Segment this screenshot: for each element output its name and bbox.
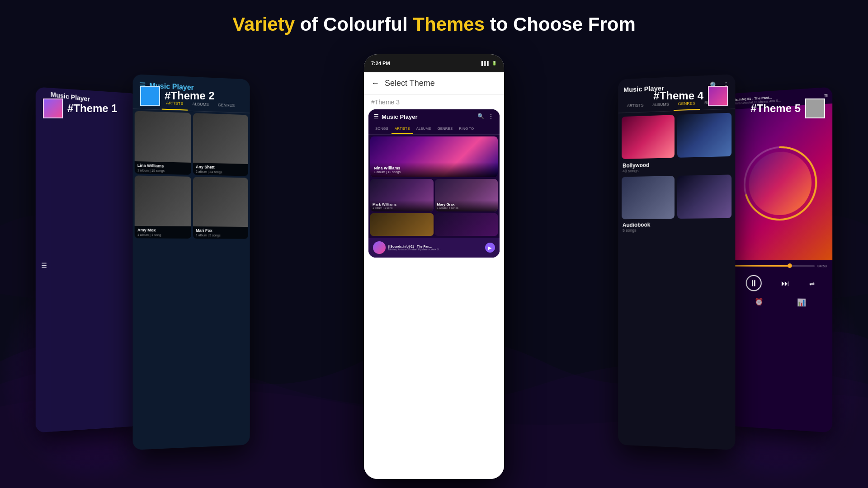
mary-meta: 1 album | 5 songs — [437, 206, 496, 209]
mark-meta: 1 album | 1 song — [373, 206, 431, 209]
theme-1-label: #Theme 1 — [43, 99, 118, 118]
inner-search-icon[interactable]: 🔍 — [477, 113, 484, 120]
now-playing-title: [iSounds.info] 01 - The Pan... — [388, 245, 482, 248]
title-middle: of Colourful — [295, 14, 413, 35]
gallery-item-1 — [370, 213, 434, 236]
theme-1-swatch — [43, 99, 63, 118]
inner-tab-genres[interactable]: GENRES — [434, 124, 456, 134]
inner-hamburger[interactable]: ☰ — [374, 113, 379, 120]
progress-fill — [735, 265, 790, 267]
title-themes: Themes — [413, 14, 485, 35]
bollywood-section: Bollywood 40 songs — [618, 160, 735, 177]
genre-photo-1 — [622, 115, 675, 159]
pause-button[interactable]: ⏸ — [746, 275, 762, 291]
genre-card-3[interactable] — [622, 176, 675, 219]
phone-4-genre-grid-2 — [618, 174, 735, 219]
inner-phone-theme3: ☰ Music Player 🔍 ⋮ SONGS ARTISTS ALBUMS … — [368, 109, 500, 258]
select-theme-title: Select Theme — [385, 79, 435, 88]
audiobook-section: Audiobook 5 songs — [618, 218, 735, 235]
center-app-content: Select Theme #Theme 3 ☰ Music Player 🔍 ⋮… — [364, 72, 504, 479]
artist-card[interactable]: Lina Williams 1 album | 10 songs — [135, 111, 191, 175]
bottom-controls: ⏰ 📊 — [729, 294, 832, 310]
equalizer-icon[interactable]: 📊 — [797, 298, 806, 307]
inner-more-icon[interactable]: ⋮ — [488, 113, 494, 120]
player-controls: ⏸ ⏭ ⇌ — [729, 271, 832, 296]
phone-1-app-title: Music Player — [51, 90, 132, 432]
phone-5: ds.info] 01 - The Pani... ntara Ghoshal,… — [729, 87, 832, 432]
nina-meta: 1 album | 10 songs — [374, 170, 494, 174]
now-playing-thumb — [373, 241, 386, 254]
artist-name: Amy Mox — [135, 226, 191, 234]
album-art-container — [729, 103, 832, 260]
artist-card[interactable]: Amy Mox 1 album | 1 song — [135, 175, 191, 239]
next-button[interactable]: ⏭ — [781, 279, 789, 288]
theme-4-swatch — [708, 86, 728, 106]
phone-1-header: Music Player — [36, 87, 139, 432]
artist-card[interactable]: Mari Fox 1 album | 5 songs — [193, 177, 248, 239]
phone-4-genre-grid — [618, 109, 735, 163]
mark-name: Mark Williams — [373, 202, 431, 206]
inner-tab-songs[interactable]: SONGS — [372, 124, 392, 134]
phone-4-tab-artists[interactable]: ARTISTS — [623, 99, 648, 113]
genre-card-4[interactable] — [677, 174, 731, 219]
mary-name: Mary Grax — [437, 202, 496, 206]
audiobook-count: 5 songs — [623, 227, 731, 233]
phone-2-tab-genres[interactable]: GENRES — [213, 99, 239, 113]
genre-card-2[interactable] — [677, 113, 731, 158]
progress-dot — [788, 263, 792, 268]
theme-1-text: #Theme 1 — [67, 102, 118, 115]
progress-bar[interactable] — [735, 265, 815, 267]
status-bar: 7:24 PM ▌▌▌ 🔋 — [364, 54, 504, 72]
theme-3-inner-label: #Theme 3 — [364, 95, 504, 109]
back-button[interactable] — [371, 79, 379, 88]
inner-tab-artists[interactable]: ARTISTS — [392, 124, 413, 134]
gallery-item-2 — [435, 213, 498, 236]
signal-icon: ▌▌▌ — [481, 61, 490, 66]
mary-card[interactable]: Mary Grax 1 album | 5 songs — [435, 179, 498, 211]
status-icons: ▌▌▌ 🔋 — [481, 61, 497, 66]
nina-williams-card[interactable]: Nina Williams 1 album | 10 songs — [370, 136, 498, 177]
play-button[interactable]: ▶ — [485, 243, 495, 253]
battery-icon: 🔋 — [492, 61, 497, 66]
inner-bottom-grid: Mark Williams 1 album | 1 song Mary Grax… — [368, 179, 500, 213]
theme-2-label: #Theme 2 — [140, 86, 215, 106]
progress-bar-section: 04:53 — [729, 260, 832, 272]
now-playing-bar[interactable]: [iSounds.info] 01 - The Pan... Mishra, A… — [368, 238, 500, 258]
page-title: Variety of Colourful Themes to Choose Fr… — [0, 14, 868, 35]
circular-player — [740, 141, 821, 225]
alarm-icon[interactable]: ⏰ — [755, 297, 763, 306]
phone-2-artist-grid: Lina Williams 1 album | 10 songs Any She… — [133, 109, 250, 240]
theme-4-text: #Theme 4 — [653, 89, 703, 102]
inner-tab-ringto[interactable]: RING TO — [456, 124, 477, 134]
theme-4-label: #Theme 4 — [653, 86, 728, 106]
theme-5-text: #Theme 5 — [750, 102, 801, 115]
inner-tab-albums[interactable]: ALBUMS — [413, 124, 434, 134]
artist-name: Mari Fox — [193, 226, 248, 234]
title-variety: Variety — [232, 14, 295, 35]
nina-name: Nina Williams — [374, 166, 494, 170]
artist-card[interactable]: Any Shett 2 album | 24 songs — [193, 113, 248, 176]
inner-header: ☰ Music Player 🔍 ⋮ — [368, 109, 500, 124]
inner-mini-gallery — [368, 213, 500, 238]
genre-card-1[interactable] — [622, 115, 675, 159]
artist-meta: 1 album | 10 songs — [135, 169, 191, 175]
phone-center: 7:24 PM ▌▌▌ 🔋 Select Theme #Theme 3 ☰ Mu… — [364, 54, 504, 479]
phone-2: Music Player SONGS ARTISTS ALBUMS GENRES… — [133, 74, 250, 450]
theme-2-text: #Theme 2 — [165, 89, 215, 102]
phone-4: Music Player 🔍 ⋮ ARTISTS ALBUMS GENRES R… — [618, 74, 735, 450]
theme-5-swatch — [805, 99, 825, 118]
mark-card[interactable]: Mark Williams 1 album | 1 song — [370, 179, 434, 211]
genre-photo-2 — [677, 113, 731, 158]
select-theme-header: Select Theme — [364, 72, 504, 95]
genre-photo-4 — [677, 174, 731, 219]
inner-app-title: Music Player — [382, 113, 418, 120]
artist-meta: 2 album | 24 songs — [193, 170, 248, 176]
hamburger-icon[interactable] — [41, 262, 47, 269]
progress-time: 04:53 — [817, 264, 826, 268]
status-time: 7:24 PM — [371, 61, 390, 66]
theme-2-swatch — [140, 86, 160, 106]
phone-1: Music Player SONGS ARTISTS ALBUMS G... T… — [36, 87, 139, 432]
shuffle-button[interactable]: ⇌ — [809, 280, 815, 287]
theme-5-label: #Theme 5 — [750, 99, 825, 118]
now-playing-artist: Mishra, Antara Ghoshal, Dj Manna, Avik S… — [388, 248, 482, 251]
